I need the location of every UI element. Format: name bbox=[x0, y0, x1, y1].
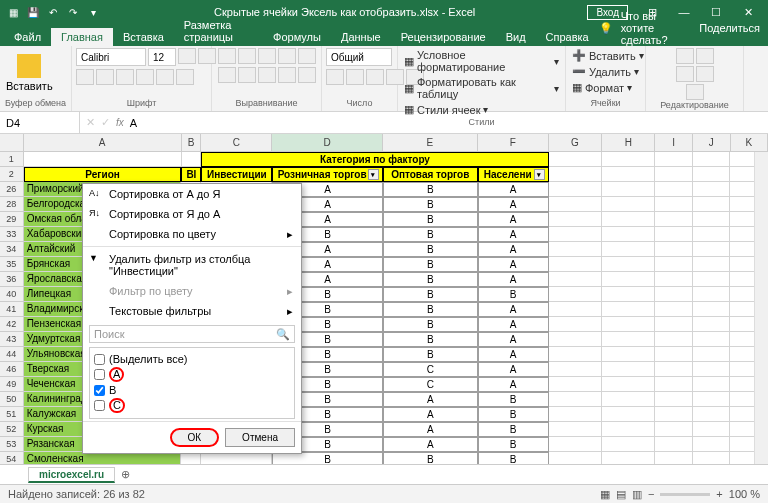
percent-icon[interactable] bbox=[346, 69, 364, 85]
select-all-corner[interactable] bbox=[0, 134, 24, 152]
insert-cells-button[interactable]: ➕Вставить ▾ bbox=[570, 48, 646, 63]
data-cell[interactable]: B bbox=[383, 452, 478, 464]
data-cell[interactable]: B bbox=[478, 422, 549, 437]
row-header[interactable]: 54 bbox=[0, 452, 24, 464]
row-header[interactable]: 52 bbox=[0, 422, 24, 437]
tab-help[interactable]: Справка bbox=[536, 28, 599, 46]
data-cell[interactable]: C bbox=[383, 377, 478, 392]
format-table-button[interactable]: ▦Форматировать как таблицу ▾ bbox=[402, 75, 561, 101]
col-header[interactable]: D bbox=[272, 134, 383, 152]
filter-search-input[interactable]: Поиск🔍 bbox=[89, 325, 295, 343]
tab-file[interactable]: Файл bbox=[4, 28, 51, 46]
cancel-fx-icon[interactable]: ✕ bbox=[86, 116, 95, 129]
zoom-out-icon[interactable]: − bbox=[648, 488, 654, 500]
col-header[interactable]: E bbox=[383, 134, 478, 152]
check-b[interactable]: B bbox=[94, 383, 290, 397]
row-header[interactable]: 49 bbox=[0, 377, 24, 392]
filter-dropdown-icon[interactable]: ▾ bbox=[534, 169, 545, 180]
row-header[interactable]: 36 bbox=[0, 272, 24, 287]
filter-dropdown-icon[interactable]: ▾ bbox=[368, 169, 379, 180]
col-header[interactable]: A bbox=[24, 134, 182, 152]
tellme-input[interactable]: Что вы хотите сделать? bbox=[621, 10, 672, 46]
row-header[interactable]: 26 bbox=[0, 182, 24, 197]
qat-more-icon[interactable]: ▾ bbox=[84, 3, 102, 21]
tab-view[interactable]: Вид bbox=[496, 28, 536, 46]
data-cell[interactable]: A bbox=[478, 317, 549, 332]
sort-za-item[interactable]: Я↓Сортировка от Я до А bbox=[83, 204, 301, 224]
new-sheet-icon[interactable]: ⊕ bbox=[115, 468, 136, 481]
redo-icon[interactable]: ↷ bbox=[64, 3, 82, 21]
col-header[interactable]: F bbox=[478, 134, 549, 152]
data-cell[interactable]: A bbox=[478, 242, 549, 257]
vertical-scrollbar[interactable] bbox=[754, 152, 768, 464]
col-header[interactable]: I bbox=[655, 134, 693, 152]
tab-review[interactable]: Рецензирование bbox=[391, 28, 496, 46]
wrap-icon[interactable] bbox=[298, 48, 316, 64]
row-header[interactable]: 28 bbox=[0, 197, 24, 212]
font-name-select[interactable] bbox=[76, 48, 146, 66]
data-cell[interactable]: A bbox=[478, 272, 549, 287]
data-cell[interactable]: A bbox=[478, 302, 549, 317]
row-header[interactable]: 43 bbox=[0, 332, 24, 347]
sort-az-item[interactable]: A↓Сортировка от А до Я bbox=[83, 184, 301, 204]
format-cells-button[interactable]: ▦Формат ▾ bbox=[570, 80, 634, 95]
sort-icon[interactable] bbox=[696, 48, 714, 64]
data-cell[interactable]: B bbox=[383, 242, 478, 257]
data-cell[interactable]: C bbox=[383, 362, 478, 377]
data-cell[interactable]: A bbox=[478, 362, 549, 377]
align-right-icon[interactable] bbox=[258, 67, 276, 83]
font-color-icon[interactable] bbox=[176, 69, 194, 85]
save-icon[interactable]: 💾 bbox=[24, 3, 42, 21]
data-cell[interactable]: A bbox=[383, 392, 478, 407]
row-header[interactable]: 29 bbox=[0, 212, 24, 227]
row-header[interactable]: 40 bbox=[0, 287, 24, 302]
col-header[interactable]: H bbox=[602, 134, 655, 152]
autosum-icon[interactable] bbox=[676, 48, 694, 64]
data-cell[interactable]: B bbox=[383, 257, 478, 272]
data-cell[interactable]: B bbox=[383, 197, 478, 212]
cell-styles-button[interactable]: ▦Стили ячеек ▾ bbox=[402, 102, 490, 117]
data-cell[interactable]: B bbox=[478, 392, 549, 407]
data-cell[interactable]: B bbox=[383, 347, 478, 362]
align-center-icon[interactable] bbox=[238, 67, 256, 83]
data-cell[interactable]: A bbox=[478, 182, 549, 197]
border-icon[interactable] bbox=[136, 69, 154, 85]
data-cell[interactable]: B bbox=[478, 437, 549, 452]
align-top-icon[interactable] bbox=[218, 48, 236, 64]
data-cell[interactable]: B bbox=[383, 317, 478, 332]
merge-icon[interactable] bbox=[298, 67, 316, 83]
col-header[interactable]: J bbox=[693, 134, 731, 152]
delete-cells-button[interactable]: ➖Удалить ▾ bbox=[570, 64, 641, 79]
data-cell[interactable]: B bbox=[478, 452, 549, 464]
font-size-select[interactable] bbox=[148, 48, 176, 66]
ok-button[interactable]: ОК bbox=[170, 428, 220, 447]
data-cell[interactable]: B bbox=[383, 287, 478, 302]
row-header[interactable]: 2 bbox=[0, 167, 24, 182]
data-cell[interactable]: A bbox=[478, 377, 549, 392]
italic-icon[interactable] bbox=[96, 69, 114, 85]
tab-data[interactable]: Данные bbox=[331, 28, 391, 46]
comma-icon[interactable] bbox=[366, 69, 384, 85]
row-header[interactable]: 33 bbox=[0, 227, 24, 242]
tab-home[interactable]: Главная bbox=[51, 28, 113, 46]
data-cell[interactable]: A bbox=[478, 257, 549, 272]
col-header[interactable]: C bbox=[201, 134, 272, 152]
align-bot-icon[interactable] bbox=[258, 48, 276, 64]
fill-color-icon[interactable] bbox=[156, 69, 174, 85]
row-header[interactable]: 44 bbox=[0, 347, 24, 362]
clear-filter-item[interactable]: ▼Удалить фильтр из столбца "Инвестиции" bbox=[83, 249, 301, 281]
clear-icon[interactable] bbox=[686, 84, 704, 100]
view-layout-icon[interactable]: ▤ bbox=[616, 488, 626, 501]
view-normal-icon[interactable]: ▦ bbox=[600, 488, 610, 501]
data-cell[interactable]: A bbox=[383, 422, 478, 437]
data-cell[interactable]: A bbox=[478, 332, 549, 347]
grow-font-icon[interactable] bbox=[178, 48, 196, 64]
row-header[interactable]: 46 bbox=[0, 362, 24, 377]
indent-dec-icon[interactable] bbox=[278, 67, 296, 83]
formula-input[interactable]: A bbox=[130, 117, 137, 129]
row-header[interactable]: 1 bbox=[0, 152, 24, 167]
data-cell[interactable]: A bbox=[383, 407, 478, 422]
name-box[interactable]: D4 bbox=[0, 112, 80, 133]
data-cell[interactable]: A bbox=[478, 197, 549, 212]
conditional-formatting-button[interactable]: ▦Условное форматирование ▾ bbox=[402, 48, 561, 74]
